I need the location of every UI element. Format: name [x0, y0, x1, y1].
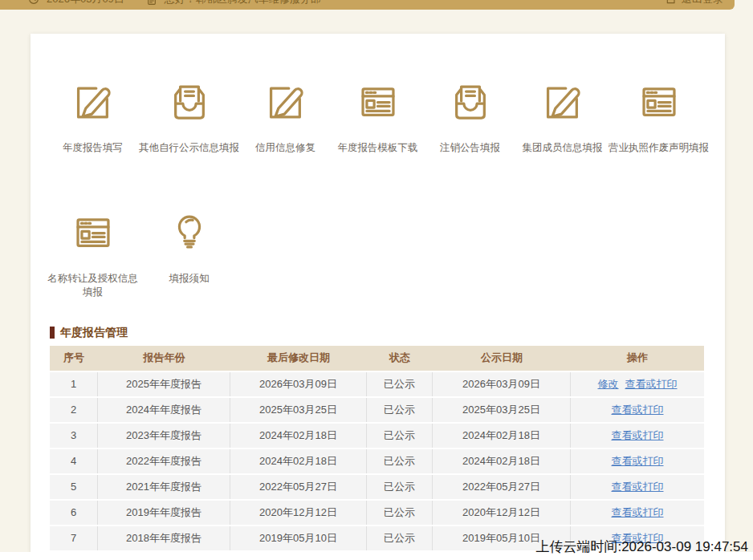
inbox-document-icon — [168, 80, 211, 124]
cell-modified: 2022年05月27日 — [230, 475, 367, 499]
menu-item[interactable]: 集团成员信息填报 — [516, 80, 609, 155]
edit-square-icon — [264, 80, 307, 124]
cell-year: 2024年年度报告 — [98, 398, 230, 422]
menu-item[interactable]: 年度报告模板下载 — [332, 80, 424, 155]
menu-item-label: 填报须知 — [169, 272, 210, 286]
column-header: 序号 — [50, 346, 98, 371]
topbar-greeting: 您好！郫都区腾发汽车维修服务部 — [165, 0, 321, 6]
menu-item[interactable]: 其他自行公示信息填报 — [139, 80, 239, 155]
main-card: 年度报告填写其他自行公示信息填报信用信息修复年度报告模板下载注销公告填报集团成员… — [31, 34, 725, 560]
browser-window-icon — [637, 80, 681, 124]
menu-item[interactable]: 填报须知 — [139, 211, 239, 299]
column-header: 操作 — [571, 346, 704, 371]
menu-item-label: 集团成员信息填报 — [523, 141, 603, 155]
table-body: 12025年年度报告2026年03月09日已公示2026年03月09日修改查看或… — [50, 372, 704, 550]
cell-no: 7 — [50, 526, 98, 550]
cell-actions: 查看或打印 — [571, 475, 704, 499]
table-row: 32023年年度报告2024年02月18日已公示2024年02月18日查看或打印 — [50, 424, 704, 448]
cell-no: 1 — [50, 372, 98, 396]
table-header-row: 序号报告年份最后修改日期状态公示日期操作 — [50, 346, 704, 371]
table-row: 52021年年度报告2022年05月27日已公示2022年05月27日查看或打印 — [50, 475, 704, 499]
inbox-document-icon — [449, 80, 492, 124]
cell-year: 2018年年度报告 — [98, 526, 230, 550]
menu-item-label: 信用信息修复 — [255, 141, 315, 155]
logout-label: 退出登录 — [682, 0, 723, 6]
view-or-print-link[interactable]: 查看或打印 — [625, 377, 678, 392]
cell-no: 3 — [50, 424, 98, 448]
icon-menu: 年度报告填写其他自行公示信息填报信用信息修复年度报告模板下载注销公告填报集团成员… — [31, 34, 725, 299]
cell-published: 2024年02月18日 — [433, 424, 571, 448]
cell-published: 2022年05月27日 — [433, 475, 571, 499]
cell-status: 已公示 — [367, 501, 433, 525]
column-header: 公示日期 — [433, 346, 571, 371]
cell-no: 4 — [50, 449, 98, 473]
browser-window-icon — [356, 80, 400, 124]
topbar-date: 2026年03月09日 — [47, 0, 124, 6]
table-row: 22024年年度报告2025年03月25日已公示2025年03月25日查看或打印 — [50, 398, 704, 422]
section-header: 年度报告管理 — [50, 327, 725, 339]
menu-item[interactable]: 年度报告填写 — [47, 80, 139, 155]
menu-item-label: 注销公告填报 — [440, 141, 500, 155]
annual-report-table: 序号报告年份最后修改日期状态公示日期操作 12025年年度报告2026年03月0… — [50, 346, 704, 550]
cell-year: 2022年年度报告 — [98, 449, 230, 473]
view-or-print-link[interactable]: 查看或打印 — [612, 480, 664, 494]
cell-published: 2026年03月09日 — [433, 372, 571, 396]
table-row: 12025年年度报告2026年03月09日已公示2026年03月09日修改查看或… — [50, 372, 704, 396]
section-marker-icon — [50, 327, 55, 339]
cell-no: 6 — [50, 501, 98, 525]
edit-square-icon — [71, 80, 115, 124]
table-row: 62019年年度报告2020年12月12日已公示2020年12月12日查看或打印 — [50, 501, 704, 525]
cell-year: 2023年年度报告 — [98, 424, 230, 448]
logout-button[interactable]: 退出登录 — [665, 0, 723, 6]
cell-status: 已公示 — [367, 372, 433, 396]
lightbulb-icon — [168, 211, 211, 254]
menu-item-label: 营业执照作废声明填报 — [609, 141, 709, 155]
view-or-print-link[interactable]: 查看或打印 — [612, 403, 664, 417]
browser-window-icon — [71, 211, 115, 254]
cell-actions: 查看或打印 — [571, 424, 704, 448]
cell-modified: 2024年02月18日 — [230, 424, 367, 448]
view-or-print-link[interactable]: 查看或打印 — [612, 505, 664, 520]
view-or-print-link[interactable]: 查看或打印 — [612, 428, 664, 443]
menu-item[interactable]: 名称转让及授权信息填报 — [47, 211, 139, 299]
section-title: 年度报告管理 — [60, 326, 128, 340]
table-row: 42022年年度报告2024年02月18日已公示2024年02月18日查看或打印 — [50, 449, 704, 473]
menu-item-label: 年度报告模板下载 — [338, 141, 418, 155]
menu-item-label: 其他自行公示信息填报 — [139, 141, 239, 155]
logout-icon — [665, 0, 678, 6]
cell-modified: 2020年12月12日 — [230, 501, 367, 525]
cell-modified: 2025年03月25日 — [230, 398, 367, 422]
cell-modified: 2019年05月10日 — [230, 526, 367, 550]
menu-item[interactable]: 信用信息修复 — [239, 80, 332, 155]
upload-time: 上传云端时间:2026-03-09 19:47:54 — [535, 538, 748, 556]
cell-modified: 2026年03月09日 — [230, 372, 367, 396]
cell-actions: 修改查看或打印 — [571, 372, 704, 396]
cell-year: 2021年年度报告 — [98, 475, 230, 499]
clock-icon — [27, 0, 40, 6]
view-or-print-link[interactable]: 查看或打印 — [612, 454, 664, 469]
cell-published: 2020年12月12日 — [433, 501, 571, 525]
cell-no: 5 — [50, 475, 98, 499]
column-header: 报告年份 — [98, 346, 230, 371]
edit-square-icon — [541, 80, 584, 124]
cell-actions: 查看或打印 — [571, 398, 704, 422]
cell-status: 已公示 — [367, 398, 433, 422]
cell-no: 2 — [50, 398, 98, 422]
topbar: 2026年03月09日 您好！郫都区腾发汽车维修服务部 退出登录 — [0, 0, 735, 10]
badge-icon — [145, 0, 158, 6]
menu-item-label: 名称转让及授权信息填报 — [47, 272, 139, 299]
cell-published: 2024年02月18日 — [433, 449, 571, 473]
cell-year: 2019年年度报告 — [98, 501, 230, 525]
cell-status: 已公示 — [367, 526, 433, 550]
cell-status: 已公示 — [367, 424, 433, 448]
cell-year: 2025年年度报告 — [98, 372, 230, 396]
cell-status: 已公示 — [367, 449, 433, 473]
cell-actions: 查看或打印 — [571, 449, 704, 473]
cell-status: 已公示 — [367, 475, 433, 499]
menu-item-label: 年度报告填写 — [63, 141, 123, 155]
cell-modified: 2024年02月18日 — [230, 449, 367, 473]
cell-published: 2025年03月25日 — [433, 398, 571, 422]
menu-item[interactable]: 营业执照作废声明填报 — [609, 80, 709, 155]
menu-item[interactable]: 注销公告填报 — [424, 80, 516, 155]
edit-link[interactable]: 修改 — [598, 377, 619, 392]
